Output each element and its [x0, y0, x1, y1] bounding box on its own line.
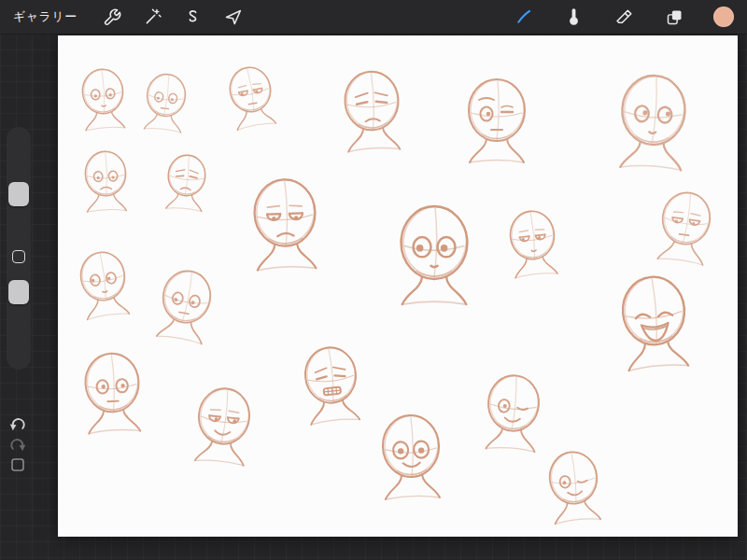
sketch-face	[84, 149, 129, 212]
sketch-face	[618, 72, 689, 171]
sketch-svg	[58, 35, 738, 537]
paint-button[interactable]	[512, 6, 534, 28]
sketch-face	[619, 272, 692, 371]
sketch-face	[381, 413, 443, 499]
adjustments-button[interactable]	[142, 6, 164, 28]
sketch-face	[193, 385, 254, 467]
actions-button[interactable]	[102, 6, 124, 28]
layers-icon	[665, 7, 684, 27]
undo-button[interactable]	[8, 416, 27, 435]
sketch-face	[83, 350, 144, 434]
transform-arrow-icon	[223, 7, 243, 27]
canvas-square-button[interactable]	[8, 455, 27, 474]
redo-button[interactable]	[8, 437, 27, 455]
brush-icon	[514, 7, 533, 27]
gallery-button[interactable]: ギャラリー	[13, 8, 78, 25]
sketch-face	[80, 66, 127, 131]
right-tool-icons	[512, 6, 734, 28]
topbar-left-group: ギャラリー	[13, 6, 245, 28]
eraser-icon	[614, 7, 634, 27]
workspace	[0, 34, 747, 560]
layers-button[interactable]	[663, 6, 685, 28]
sketch-face	[656, 188, 715, 265]
redo-icon	[8, 437, 27, 455]
topbar: ギャラリー	[0, 0, 747, 34]
sketch-face	[546, 448, 603, 525]
sketch-face	[143, 71, 189, 133]
sketch-face	[155, 265, 217, 344]
magic-wand-icon	[143, 7, 162, 27]
sketch-face	[302, 343, 362, 425]
wrench-icon	[103, 7, 122, 27]
sketch-face	[400, 203, 470, 304]
selection-button[interactable]	[182, 6, 204, 28]
opacity-slider-handle[interactable]	[8, 280, 29, 304]
left-tool-icons	[102, 6, 245, 28]
brush-size-slider-handle[interactable]	[8, 182, 29, 206]
smudge-button[interactable]	[562, 6, 585, 28]
sketch-face	[343, 68, 403, 152]
sketch-face	[252, 176, 319, 271]
undo-icon	[8, 416, 27, 435]
sketch-face	[485, 371, 543, 452]
sidebar[interactable]	[7, 127, 31, 370]
sketch-face	[77, 247, 132, 319]
sketch-face	[164, 152, 208, 212]
sketch-face	[226, 63, 278, 131]
modify-button[interactable]	[12, 250, 25, 263]
sketch-face	[507, 207, 560, 278]
procreate-app: ギャラリー	[0, 0, 747, 560]
square-icon	[8, 455, 27, 474]
sketch-face	[468, 77, 527, 162]
erase-button[interactable]	[613, 6, 635, 28]
color-swatch[interactable]	[713, 7, 734, 27]
canvas[interactable]	[58, 35, 738, 537]
transform-button[interactable]	[222, 6, 245, 28]
selection-s-icon	[183, 7, 203, 27]
smudge-finger-icon	[564, 7, 584, 27]
